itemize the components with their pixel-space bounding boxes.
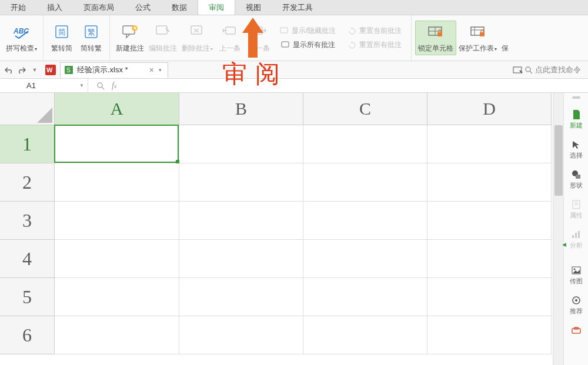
comment-toggle-icon: [280, 27, 289, 35]
edit-comment-button: 编辑批注: [146, 21, 179, 55]
protect-sheet-button[interactable]: 保护工作表▾: [456, 21, 499, 55]
side-extra[interactable]: [564, 322, 588, 340]
svg-text:W: W: [46, 66, 53, 73]
edit-comment-icon: [155, 22, 171, 41]
side-shape[interactable]: 形状: [564, 166, 588, 193]
show-all-comments-button[interactable]: 显示所有批注: [276, 39, 339, 52]
svg-point-32: [98, 83, 102, 88]
cell[interactable]: [55, 163, 179, 202]
vertical-scrollbar[interactable]: [553, 93, 563, 365]
cell[interactable]: [303, 316, 427, 354]
undo-button[interactable]: [2, 63, 15, 76]
cell[interactable]: [427, 278, 552, 316]
cell[interactable]: [303, 202, 427, 240]
comment-all-icon: [281, 41, 290, 49]
side-upload-image[interactable]: 传图: [564, 262, 588, 289]
svg-point-45: [575, 299, 577, 302]
document-tab-bar: ▼ W S 经验演示.xlsx * × ▾ 点此查找命令: [0, 61, 588, 79]
toolbar-extra-icon[interactable]: [512, 63, 524, 76]
cell[interactable]: [179, 278, 303, 316]
cell[interactable]: [427, 125, 552, 163]
scrollbar-thumb[interactable]: [554, 125, 563, 196]
cell[interactable]: [303, 278, 427, 316]
cell[interactable]: [55, 316, 179, 354]
column-header[interactable]: C: [303, 93, 427, 125]
protect-extra-button[interactable]: 保: [499, 21, 511, 55]
menu-tab-view[interactable]: 视图: [235, 0, 272, 15]
document-tab[interactable]: S 经验演示.xlsx * × ▾: [60, 62, 168, 78]
svg-text:ABC: ABC: [13, 27, 29, 35]
redo-button[interactable]: [15, 63, 28, 76]
menu-tab-review[interactable]: 审阅: [198, 0, 235, 15]
name-box-dropdown-icon[interactable]: ▼: [79, 83, 84, 88]
new-comment-button[interactable]: ✦ 新建批注: [113, 21, 146, 55]
menu-tab-insert[interactable]: 插入: [36, 0, 73, 15]
column-header[interactable]: D: [427, 93, 552, 125]
traditional-icon: 繁: [83, 22, 99, 41]
zoom-icon[interactable]: [96, 82, 105, 90]
cell[interactable]: [179, 240, 303, 278]
svg-rect-12: [226, 27, 235, 34]
command-search[interactable]: 点此查找命令: [524, 65, 586, 75]
cell[interactable]: [303, 163, 427, 202]
tab-dropdown-icon[interactable]: ▾: [159, 67, 162, 73]
cell[interactable]: [55, 125, 179, 163]
cell[interactable]: [303, 125, 427, 163]
row-header[interactable]: 1: [0, 125, 55, 163]
cell[interactable]: [427, 163, 552, 202]
side-analysis: 分析 ◀: [564, 226, 588, 259]
cell[interactable]: [427, 316, 552, 354]
fx-icon[interactable]: fx: [112, 81, 116, 91]
row-header[interactable]: 6: [0, 316, 55, 354]
side-recommend[interactable]: 推荐: [564, 292, 588, 319]
side-new[interactable]: 新建: [564, 106, 588, 133]
simp-to-trad-button[interactable]: 繁 简转繁: [76, 21, 106, 55]
cell[interactable]: [427, 202, 552, 240]
svg-rect-9: [191, 26, 202, 34]
menu-tab-formulas[interactable]: 公式: [125, 0, 161, 15]
lock-cell-button[interactable]: 锁定单元格: [415, 21, 456, 55]
qat-dropdown[interactable]: ▼: [28, 63, 41, 76]
cell[interactable]: [179, 202, 303, 240]
delete-comment-button: 删除批注▾: [179, 21, 215, 55]
formula-input[interactable]: [125, 79, 588, 92]
svg-text:简: 简: [58, 28, 66, 36]
excel-file-icon: S: [64, 65, 74, 75]
menu-tab-developer[interactable]: 开发工具: [272, 0, 323, 15]
recommend-icon: [572, 295, 581, 306]
column-header[interactable]: B: [179, 93, 303, 125]
prev-icon: [222, 22, 238, 41]
svg-rect-15: [282, 42, 289, 47]
cell[interactable]: [427, 240, 552, 278]
upload-image-icon: [572, 265, 581, 276]
cell[interactable]: [55, 278, 179, 316]
row-header[interactable]: 2: [0, 163, 55, 202]
delete-comment-icon: [190, 22, 205, 41]
cell[interactable]: [303, 240, 427, 278]
analysis-icon: [572, 229, 581, 240]
row-header[interactable]: 3: [0, 202, 55, 240]
spellcheck-button[interactable]: ABC 拼写检查▾: [4, 21, 39, 55]
spreadsheet-grid[interactable]: ABCD 123456: [0, 93, 553, 365]
column-header[interactable]: A: [55, 93, 179, 125]
next-comment-button: 下一条: [245, 21, 274, 55]
row-header[interactable]: 4: [0, 240, 55, 278]
name-box[interactable]: A1 ▼: [0, 79, 88, 92]
row-header[interactable]: 5: [0, 278, 55, 316]
side-select[interactable]: 选择: [564, 136, 588, 163]
cell[interactable]: [179, 163, 303, 202]
cell[interactable]: [55, 240, 179, 278]
cell[interactable]: [55, 202, 179, 240]
cell[interactable]: [179, 316, 303, 354]
close-tab-button[interactable]: ×: [149, 65, 154, 75]
pane-handle-icon[interactable]: [572, 96, 580, 99]
select-all-corner[interactable]: [0, 93, 55, 125]
chevron-left-icon: ◀: [562, 242, 566, 247]
new-file-icon: [572, 109, 581, 120]
cell[interactable]: [179, 125, 303, 163]
trad-to-simp-button[interactable]: 简 繁转简: [47, 21, 76, 55]
menu-tab-page-layout[interactable]: 页面布局: [73, 0, 125, 15]
svg-rect-13: [253, 27, 262, 34]
menu-tab-start[interactable]: 开始: [0, 0, 36, 15]
menu-tab-data[interactable]: 数据: [161, 0, 198, 15]
